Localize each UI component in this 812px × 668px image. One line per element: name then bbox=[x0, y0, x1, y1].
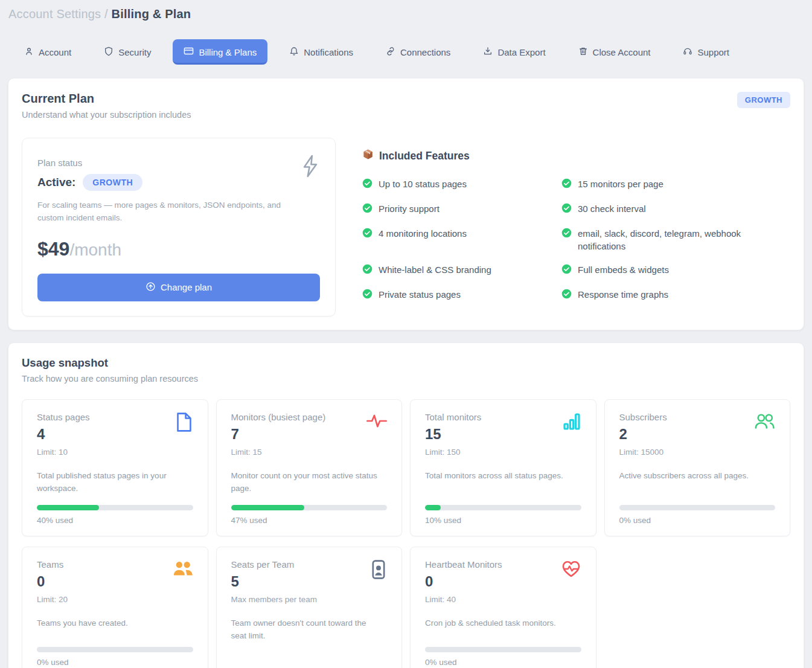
tab-account[interactable]: Account bbox=[13, 40, 82, 65]
tab-connections[interactable]: Connections bbox=[375, 40, 461, 65]
settings-tabbar: Account Security Billing & Plans Notific… bbox=[0, 24, 812, 73]
tab-security[interactable]: Security bbox=[93, 40, 162, 65]
tab-close-account[interactable]: Close Account bbox=[567, 40, 662, 65]
usage-card-monitors-busiest: Monitors (busiest page) 7 Limit: 15 Moni… bbox=[216, 399, 403, 536]
tab-notifications[interactable]: Notifications bbox=[278, 40, 364, 65]
feature-item: Up to 10 status pages bbox=[362, 178, 561, 192]
usage-card-total-monitors: Total monitors 15 Limit: 150 Total monit… bbox=[410, 399, 596, 536]
bell-icon bbox=[289, 47, 299, 58]
plan-price-period: /month bbox=[69, 240, 121, 259]
check-circle-icon bbox=[561, 228, 572, 242]
current-plan-title: Current Plan bbox=[22, 92, 191, 106]
current-plan-panel: Current Plan Understand what your subscr… bbox=[8, 78, 804, 330]
breadcrumb-separator: / bbox=[104, 7, 108, 21]
usage-title: Usage snapshot bbox=[22, 356, 790, 370]
usage-card-teams: Teams 0 Limit: 20 Teams you have created… bbox=[22, 547, 208, 668]
feature-item: Priority support bbox=[362, 202, 561, 217]
tab-billing-plans[interactable]: Billing & Plans bbox=[173, 39, 267, 65]
progress-bar: 10% used bbox=[425, 495, 581, 525]
check-circle-icon bbox=[561, 289, 572, 303]
tab-data-export[interactable]: Data Export bbox=[472, 40, 556, 65]
progress-bar: 0% used bbox=[619, 495, 776, 525]
feature-item: Response time graphs bbox=[561, 288, 779, 303]
empty-grid-cell bbox=[604, 544, 791, 668]
breadcrumb: Account Settings / Billing & Plan bbox=[0, 0, 812, 24]
feature-item: Full embeds & widgets bbox=[561, 263, 779, 278]
tab-support[interactable]: Support bbox=[672, 40, 740, 65]
users-outline-icon bbox=[753, 412, 775, 432]
feature-item: email, slack, discord, telegram, webhook… bbox=[561, 227, 779, 254]
users-filled-icon bbox=[171, 559, 193, 580]
check-circle-icon bbox=[561, 178, 572, 192]
check-circle-icon bbox=[561, 264, 572, 278]
usage-card-heartbeat-monitors: Heartbeat Monitors 0 Limit: 40 Cron job … bbox=[410, 547, 596, 668]
check-circle-icon bbox=[362, 264, 372, 278]
download-icon bbox=[483, 47, 493, 58]
usage-card-subscribers: Subscribers 2 Limit: 15000 Active subscr… bbox=[604, 399, 791, 536]
credit-card-icon bbox=[184, 46, 194, 58]
usage-subtitle: Track how you are consuming plan resourc… bbox=[22, 374, 790, 384]
shield-icon bbox=[104, 47, 113, 58]
package-icon bbox=[362, 149, 374, 163]
progress-bar: 40% used bbox=[37, 495, 193, 525]
plan-description: For scaling teams — more pages & monitor… bbox=[37, 199, 291, 225]
current-plan-subtitle: Understand what your subscription includ… bbox=[22, 110, 191, 120]
plan-status-value: Active: bbox=[37, 176, 75, 189]
lightning-bolt-icon bbox=[300, 154, 321, 181]
plan-status-label: Plan status bbox=[37, 158, 320, 168]
feature-item: 15 monitors per page bbox=[561, 178, 779, 192]
check-circle-icon bbox=[362, 178, 372, 192]
check-circle-icon bbox=[561, 203, 572, 217]
arrow-up-circle-icon bbox=[145, 281, 156, 294]
feature-item: 4 monitoring locations bbox=[362, 227, 561, 254]
id-badge-icon bbox=[370, 559, 387, 582]
change-plan-button[interactable]: Change plan bbox=[37, 274, 320, 301]
page-title: Billing & Plan bbox=[112, 7, 191, 21]
check-circle-icon bbox=[362, 289, 372, 303]
link-icon bbox=[386, 47, 395, 58]
feature-item: Private status pages bbox=[362, 288, 561, 303]
breadcrumb-section[interactable]: Account Settings bbox=[8, 7, 101, 21]
headset-icon bbox=[683, 47, 692, 58]
usage-card-status-pages: Status pages 4 Limit: 10 Total published… bbox=[22, 399, 208, 536]
heart-pulse-icon bbox=[561, 559, 581, 581]
progress-bar: 47% used bbox=[231, 495, 388, 525]
plan-tier-badge: GROWTH bbox=[83, 174, 142, 191]
activity-icon bbox=[366, 412, 387, 432]
trash-icon bbox=[578, 47, 588, 58]
usage-snapshot-panel: Usage snapshot Track how you are consumi… bbox=[8, 342, 804, 668]
bar-chart-icon bbox=[562, 412, 581, 434]
feature-item: 30 check interval bbox=[561, 202, 779, 217]
check-circle-icon bbox=[362, 203, 372, 217]
progress-bar: 0% used bbox=[425, 637, 581, 667]
included-features: Included Features Up to 10 status pages … bbox=[362, 138, 779, 316]
plan-badge: GROWTH bbox=[737, 92, 790, 108]
user-icon bbox=[24, 47, 34, 58]
plan-price-amount: $49 bbox=[37, 238, 69, 260]
features-heading: Included Features bbox=[379, 150, 470, 162]
feature-item: White-label & CSS branding bbox=[362, 263, 561, 278]
usage-card-seats-per-team: Seats per Team 5 Max members per team Te… bbox=[216, 547, 403, 668]
file-icon bbox=[175, 412, 193, 435]
plan-price: $49/month bbox=[37, 238, 320, 260]
check-circle-icon bbox=[362, 228, 372, 242]
progress-bar: 0% used bbox=[37, 637, 193, 667]
plan-status-card: Plan status Active: GROWTH For scaling t… bbox=[22, 138, 336, 316]
